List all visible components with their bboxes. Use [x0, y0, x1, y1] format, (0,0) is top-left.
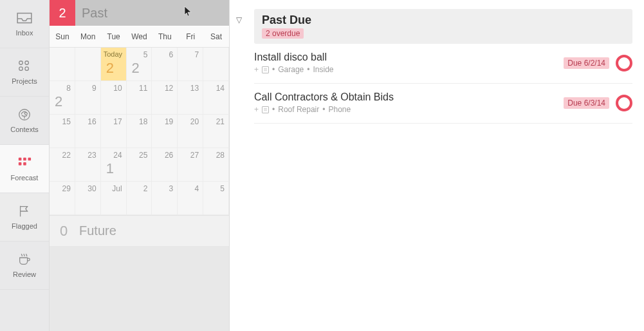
- calendar-cell[interactable]: 9: [75, 81, 101, 115]
- svg-rect-9: [23, 162, 26, 166]
- calendar-cell[interactable]: [203, 48, 229, 81]
- svg-point-1: [25, 61, 28, 65]
- cell-count: 1: [106, 160, 114, 177]
- weekday: Fri: [178, 32, 203, 41]
- calendar-cell[interactable]: Jul: [101, 182, 127, 215]
- weekday: Tue: [101, 32, 127, 41]
- task-row[interactable]: Call Contractors & Obtain Bids + • Roof …: [254, 84, 632, 124]
- coffee-icon: [15, 252, 33, 267]
- task-project: Roof Repair: [278, 105, 319, 114]
- task-context: Phone: [328, 105, 351, 114]
- complete-checkbox[interactable]: [616, 95, 632, 111]
- calendar-cell[interactable]: 2: [127, 182, 152, 215]
- overdue-badge: 2 overdue: [262, 28, 304, 39]
- calendar-cell[interactable]: 21: [203, 115, 229, 148]
- calendar-cell[interactable]: 26: [152, 148, 178, 182]
- sidebar-item-contexts[interactable]: Contexts: [0, 97, 49, 145]
- due-badge: Due 6/2/14: [564, 57, 609, 69]
- flag-icon: [15, 204, 33, 218]
- svg-point-2: [19, 67, 23, 71]
- forecast-icon: [15, 156, 33, 170]
- calendar-cell[interactable]: 4: [178, 182, 203, 215]
- calendar-cell[interactable]: 20: [178, 115, 203, 148]
- svg-rect-6: [23, 158, 26, 161]
- sidebar-item-flagged[interactable]: Flagged: [0, 193, 49, 241]
- svg-rect-5: [19, 158, 22, 161]
- disclosure-triangle-icon[interactable]: ▽: [236, 15, 242, 24]
- calendar-cell[interactable]: 29: [50, 182, 75, 215]
- calendar-cell[interactable]: 22: [50, 148, 75, 182]
- calendar-cell[interactable]: 30: [75, 182, 101, 215]
- calendar-cell[interactable]: [50, 48, 75, 81]
- complete-checkbox[interactable]: [616, 55, 632, 71]
- future-header[interactable]: 0 Future: [50, 215, 229, 246]
- task-project: Garage: [278, 65, 304, 74]
- task-title: Call Contractors & Obtain Bids: [254, 91, 564, 103]
- contexts-icon: [15, 108, 33, 122]
- task-meta: + • Roof Repair • Phone: [254, 105, 564, 114]
- sidebar-label: Contexts: [10, 126, 38, 133]
- calendar-cell[interactable]: 14: [203, 81, 229, 115]
- past-header[interactable]: 2 Past: [50, 0, 229, 26]
- calendar-cell[interactable]: 19: [152, 115, 178, 148]
- sidebar-item-forecast[interactable]: Forecast: [0, 145, 49, 193]
- app-root: Inbox Projects Contexts Forecast Flagged: [0, 0, 644, 331]
- add-note-icon[interactable]: +: [254, 65, 259, 74]
- calendar-cell[interactable]: 15: [50, 115, 75, 148]
- note-icon: [262, 106, 269, 113]
- calendar-cell[interactable]: 241: [101, 148, 127, 182]
- task-title: Install disco ball: [254, 52, 564, 63]
- cell-count: 2: [106, 60, 114, 77]
- section-past-due[interactable]: ▽ Past Due 2 overdue: [254, 9, 632, 44]
- forecast-calendar: 2 Past Sun Mon Tue Wed Thu Fri Sat Today…: [50, 0, 230, 331]
- calendar-cell[interactable]: 5: [203, 182, 229, 215]
- section-title: Past Due: [262, 14, 625, 27]
- calendar-cell[interactable]: 82: [50, 81, 75, 115]
- weekday: Wed: [127, 32, 152, 41]
- sidebar-item-projects[interactable]: Projects: [0, 48, 49, 97]
- calendar-cell[interactable]: 25: [127, 148, 152, 182]
- calendar-cell[interactable]: 13: [178, 81, 203, 115]
- calendar-cell[interactable]: 7: [178, 48, 203, 81]
- svg-point-3: [25, 67, 28, 71]
- calendar-grid: Today 2 52 6 7 82 9 10 11 12 13 14 15 16…: [50, 48, 229, 215]
- calendar-cell[interactable]: 10: [101, 81, 127, 115]
- sidebar-item-inbox[interactable]: Inbox: [0, 0, 49, 48]
- past-count-badge: 2: [50, 0, 75, 26]
- add-note-icon[interactable]: +: [254, 105, 259, 114]
- sidebar-item-review[interactable]: Review: [0, 241, 49, 290]
- calendar-cell[interactable]: 52: [127, 48, 152, 81]
- due-badge: Due 6/3/14: [564, 97, 609, 109]
- calendar-cell[interactable]: 12: [152, 81, 178, 115]
- cell-count: 2: [132, 60, 140, 77]
- sidebar-label: Flagged: [12, 222, 37, 230]
- calendar-cell[interactable]: 17: [101, 115, 127, 148]
- future-label: Future: [79, 223, 116, 238]
- svg-rect-8: [19, 162, 22, 166]
- past-label: Past: [75, 6, 184, 21]
- calendar-cell[interactable]: 6: [152, 48, 178, 81]
- sidebar: Inbox Projects Contexts Forecast Flagged: [0, 0, 50, 331]
- future-count: 0: [57, 223, 70, 240]
- cursor-icon: [184, 6, 193, 20]
- calendar-cell-today[interactable]: Today 2: [101, 48, 127, 81]
- task-row[interactable]: Install disco ball + • Garage • Inside D…: [254, 44, 632, 84]
- task-meta: + • Garage • Inside: [254, 65, 564, 74]
- calendar-cell[interactable]: 16: [75, 115, 101, 148]
- task-pane: ▽ Past Due 2 overdue Install disco ball …: [230, 0, 644, 331]
- calendar-cell[interactable]: 23: [75, 148, 101, 182]
- cell-count: 2: [55, 93, 62, 110]
- task-main: Call Contractors & Obtain Bids + • Roof …: [254, 91, 564, 114]
- sidebar-label: Inbox: [16, 29, 33, 37]
- sidebar-label: Review: [13, 270, 36, 278]
- sidebar-label: Forecast: [11, 174, 39, 182]
- calendar-cell[interactable]: 28: [203, 148, 229, 182]
- calendar-cell[interactable]: [75, 48, 101, 81]
- inbox-icon: [15, 11, 33, 25]
- today-label: Today: [104, 50, 122, 58]
- calendar-cell[interactable]: 3: [152, 182, 178, 215]
- calendar-cell[interactable]: 18: [127, 115, 152, 148]
- calendar-cell[interactable]: 27: [178, 148, 203, 182]
- calendar-cell[interactable]: 11: [127, 81, 152, 115]
- weekday: Thu: [152, 32, 178, 41]
